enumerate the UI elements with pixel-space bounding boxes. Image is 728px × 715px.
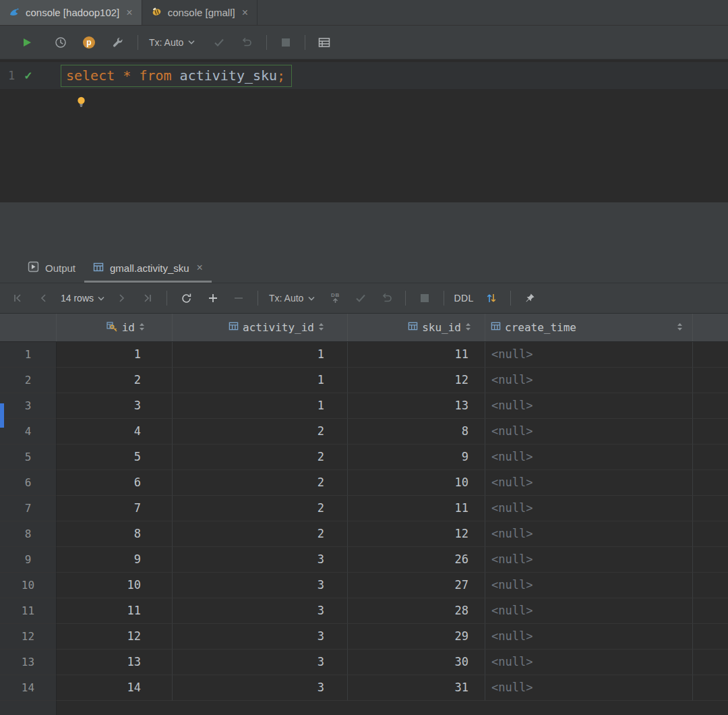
delete-row-button[interactable] [229, 289, 248, 308]
cell-id[interactable]: 12 [57, 624, 173, 650]
cell-create-time[interactable]: <null> [485, 521, 693, 547]
next-page-button[interactable] [113, 289, 131, 308]
tab-result-grid[interactable]: gmall.activity_sku × [84, 253, 212, 283]
cell-sku-id[interactable]: 26 [348, 547, 485, 573]
sort-icon[interactable] [318, 321, 324, 334]
wrench-icon[interactable] [108, 33, 127, 52]
cell-create-time[interactable]: <null> [485, 624, 693, 650]
cell-id[interactable]: 7 [57, 496, 173, 521]
sql-statement[interactable]: select * from activity_sku; [61, 67, 292, 84]
cell-sku-id[interactable]: 29 [348, 624, 485, 650]
cell-sku-id[interactable]: 27 [348, 573, 485, 598]
add-row-button[interactable] [204, 289, 222, 308]
cell-sku-id[interactable]: 11 [348, 342, 485, 368]
cell-create-time[interactable]: <null> [485, 496, 693, 521]
table-row[interactable]: 4428<null> [0, 419, 728, 445]
cell-id[interactable]: 10 [57, 573, 173, 598]
tab-output[interactable]: Output [19, 253, 84, 283]
cell-activity-id[interactable]: 2 [173, 496, 348, 521]
column-header-activity-id[interactable]: activity_id [173, 314, 348, 341]
page-size-select[interactable]: 14 rows [61, 293, 104, 304]
cell-activity-id[interactable]: 3 [173, 547, 348, 573]
stop-button[interactable] [415, 289, 434, 308]
cell-sku-id[interactable]: 9 [348, 445, 485, 470]
cell-activity-id[interactable]: 1 [173, 368, 348, 393]
cell-sku-id[interactable]: 8 [348, 419, 485, 445]
last-page-button[interactable] [138, 289, 157, 308]
table-row[interactable]: 99326<null> [0, 547, 728, 573]
table-row[interactable]: 1212329<null> [0, 624, 728, 650]
table-row[interactable]: 5529<null> [0, 445, 728, 470]
cell-sku-id[interactable]: 28 [348, 598, 485, 624]
cell-id[interactable]: 14 [57, 675, 173, 701]
cell-id[interactable]: 11 [57, 598, 173, 624]
refresh-icon[interactable] [177, 289, 195, 308]
transpose-icon[interactable] [482, 289, 501, 308]
cell-activity-id[interactable]: 3 [173, 624, 348, 650]
close-icon[interactable]: × [126, 7, 132, 18]
previous-page-button[interactable] [34, 289, 53, 308]
ddl-button[interactable]: DDL [454, 289, 474, 308]
cell-activity-id[interactable]: 3 [173, 573, 348, 598]
cell-activity-id[interactable]: 1 [173, 342, 348, 368]
cell-create-time[interactable]: <null> [485, 445, 693, 470]
cell-id[interactable]: 13 [57, 650, 173, 675]
table-row[interactable]: 1414331<null> [0, 675, 728, 701]
table-row[interactable]: 88212<null> [0, 521, 728, 547]
cell-activity-id[interactable]: 1 [173, 393, 348, 419]
cell-activity-id[interactable]: 2 [173, 445, 348, 470]
cell-id[interactable]: 9 [57, 547, 173, 573]
tool-window-stripe-indicator[interactable] [0, 403, 4, 428]
cell-activity-id[interactable]: 2 [173, 521, 348, 547]
close-icon[interactable]: × [197, 262, 203, 273]
cell-create-time[interactable]: <null> [485, 573, 693, 598]
cell-create-time[interactable]: <null> [485, 419, 693, 445]
cell-create-time[interactable]: <null> [485, 368, 693, 393]
cell-sku-id[interactable]: 12 [348, 521, 485, 547]
cell-create-time[interactable]: <null> [485, 342, 693, 368]
column-header-create-time[interactable]: create_time [485, 314, 693, 341]
cell-id[interactable]: 4 [57, 419, 173, 445]
table-row[interactable]: 1111328<null> [0, 598, 728, 624]
table-row[interactable]: 77211<null> [0, 496, 728, 521]
close-icon[interactable]: × [242, 7, 248, 18]
cell-sku-id[interactable]: 10 [348, 470, 485, 496]
cell-sku-id[interactable]: 30 [348, 650, 485, 675]
cell-create-time[interactable]: <null> [485, 547, 693, 573]
cell-id[interactable]: 2 [57, 368, 173, 393]
sort-icon[interactable] [139, 321, 145, 334]
sort-icon[interactable] [465, 321, 471, 334]
sort-icon[interactable] [677, 321, 683, 334]
stop-button[interactable] [276, 33, 295, 52]
cell-create-time[interactable]: <null> [485, 650, 693, 675]
table-row[interactable]: 1010327<null> [0, 573, 728, 598]
tab-console-hadoop102[interactable]: console [hadoop102] × [0, 0, 142, 25]
editor-output-splitter[interactable] [0, 202, 728, 253]
tx-mode-select[interactable]: Tx: Auto [149, 37, 195, 48]
table-row[interactable]: 1313330<null> [0, 650, 728, 675]
cell-sku-id[interactable]: 11 [348, 496, 485, 521]
column-header-id[interactable]: id [57, 314, 173, 341]
cell-activity-id[interactable]: 2 [173, 470, 348, 496]
tx-mode-select[interactable]: Tx: Auto [269, 293, 315, 304]
tab-console-gmall[interactable]: console [gmall] × [142, 0, 257, 25]
history-clock-icon[interactable] [51, 33, 70, 52]
cell-sku-id[interactable]: 12 [348, 368, 485, 393]
table-view-icon[interactable] [315, 33, 334, 52]
submit-to-database-icon[interactable]: DB [326, 289, 344, 308]
first-page-button[interactable] [8, 289, 27, 308]
cell-activity-id[interactable]: 3 [173, 598, 348, 624]
cell-activity-id[interactable]: 3 [173, 675, 348, 701]
run-button[interactable] [18, 33, 36, 52]
commit-button[interactable] [351, 289, 370, 308]
rollback-button[interactable] [377, 289, 396, 308]
cell-create-time[interactable]: <null> [485, 393, 693, 419]
cell-id[interactable]: 6 [57, 470, 173, 496]
cell-activity-id[interactable]: 3 [173, 650, 348, 675]
cell-id[interactable]: 5 [57, 445, 173, 470]
table-row[interactable]: 22112<null> [0, 368, 728, 393]
cell-id[interactable]: 8 [57, 521, 173, 547]
cell-sku-id[interactable]: 31 [348, 675, 485, 701]
cell-activity-id[interactable]: 2 [173, 419, 348, 445]
table-row[interactable]: 11111<null> [0, 342, 728, 368]
